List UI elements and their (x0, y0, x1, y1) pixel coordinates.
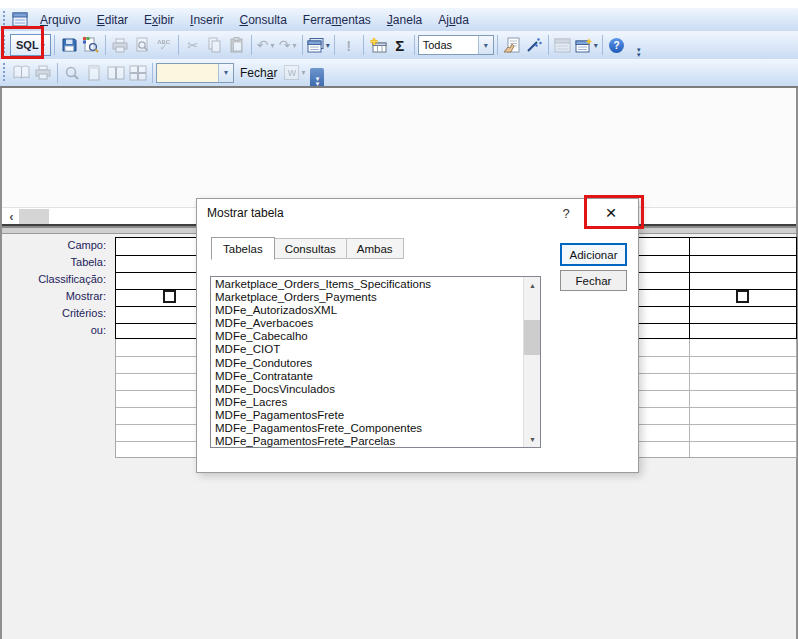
menu-janela[interactable]: Janela (379, 10, 430, 30)
copy-button[interactable] (204, 34, 226, 56)
list-item[interactable]: MDFe_Averbacoes (211, 317, 523, 330)
close-preview-button[interactable]: Fechar (234, 62, 283, 84)
print-button[interactable] (109, 34, 131, 56)
run-button[interactable]: ! (338, 34, 360, 56)
fechar-button[interactable]: Fechar (560, 270, 627, 291)
vertical-scrollbar[interactable]: ▲ ▼ (523, 277, 540, 447)
query-design-toolbar: SQL ▾ ABC ✓ ✂ (0, 31, 798, 59)
top-values-combo[interactable]: Todas ▾ (418, 35, 494, 55)
scroll-left-arrow-icon[interactable]: ‹ (4, 208, 19, 225)
redo-button[interactable]: ↷ ▾ (277, 34, 299, 56)
list-item[interactable]: MDFe_PagamentosFrete_Componentes (211, 422, 523, 435)
chevron-down-icon: ▾ (218, 64, 233, 82)
undo-icon: ↶ (257, 37, 269, 53)
build-button[interactable] (523, 34, 545, 56)
help-icon: ? (609, 38, 624, 53)
access-query-design-window: Arquivo Editar Exibir Inserir Consulta F… (0, 0, 798, 639)
scrollbar-thumb[interactable] (19, 209, 49, 224)
menu-bar: Arquivo Editar Exibir Inserir Consulta F… (0, 8, 798, 31)
print-preview-toolbar: ▾ Fechar W ▾ ▾ ▾ (0, 59, 798, 86)
zoom-level-combo[interactable]: ▾ (156, 63, 234, 83)
label-criterios: Critérios: (2, 305, 111, 322)
label-ou: ou: (2, 322, 111, 339)
label-mostrar: Mostrar: (2, 288, 111, 305)
cropped-title-strip (0, 0, 798, 8)
chevron-down-icon: ▾ (478, 36, 493, 54)
menu-consulta[interactable]: Consulta (231, 10, 294, 30)
setup-pages-button[interactable] (10, 62, 32, 84)
annotation-box-sql-button (1, 26, 44, 59)
menu-ajuda[interactable]: Ajuda (430, 10, 477, 30)
chevron-down-icon: ▾ (271, 41, 275, 50)
menu-exibir[interactable]: Exibir (136, 10, 182, 30)
database-window-button[interactable] (552, 34, 574, 56)
dialog-title: Mostrar tabela (197, 199, 548, 227)
new-object-button[interactable]: ▾ (574, 34, 599, 56)
label-tabela: Tabela: (2, 254, 111, 271)
sigma-icon: Σ (395, 37, 404, 54)
chevron-down-icon: ▾ (326, 41, 330, 50)
print-button[interactable] (32, 62, 54, 84)
tab-consultas[interactable]: Consultas (275, 238, 347, 259)
list-item[interactable]: Marketplace_Orders_Items_Specifications (211, 278, 523, 291)
list-item[interactable]: MDFe_Condutores (211, 357, 523, 370)
scrollbar-thumb[interactable] (524, 320, 541, 355)
list-item[interactable]: MDFe_Cabecalho (211, 330, 523, 343)
list-item[interactable]: MDFe_CIOT (211, 343, 523, 356)
chevron-down-icon: ▾ (301, 68, 305, 77)
one-page-button[interactable] (83, 62, 105, 84)
spelling-icon: ABC ✓ (157, 40, 170, 50)
file-search-button[interactable] (80, 34, 102, 56)
adicionar-button[interactable]: Adicionar (560, 243, 627, 266)
show-checkbox[interactable] (163, 290, 176, 303)
menu-ferramentas[interactable]: Ferramentas (295, 10, 379, 30)
query-diagram-pane[interactable] (2, 88, 796, 207)
dialog-titlebar[interactable]: Mostrar tabela ? × (197, 199, 638, 227)
word-icon: W (284, 65, 299, 80)
chevron-down-icon: ▾ (293, 41, 297, 50)
query-type-button[interactable]: ▾ (306, 34, 331, 56)
chevron-down-icon: ▾ (594, 41, 598, 50)
list-item[interactable]: MDFe_DocsVinculados (211, 383, 523, 396)
list-item[interactable]: MDFe_PagamentosFrete_Parcelas (211, 435, 523, 448)
undo-button[interactable]: ↶ ▾ (255, 34, 277, 56)
query-window-icon (12, 12, 28, 27)
paste-button[interactable] (226, 34, 248, 56)
tab-ambas[interactable]: Ambas (347, 238, 404, 259)
show-table-button[interactable] (367, 34, 389, 56)
spelling-button[interactable]: ABC ✓ (153, 34, 175, 56)
two-pages-button[interactable] (105, 62, 127, 84)
toolbar-options-chevron[interactable]: ▾ ▾ (632, 33, 646, 57)
list-item[interactable]: MDFe_Contratante (211, 370, 523, 383)
menu-editar[interactable]: Editar (89, 10, 136, 30)
print-preview-button[interactable] (131, 34, 153, 56)
list-item[interactable]: MDFe_PagamentosFrete (211, 409, 523, 422)
grid-row-labels: Campo: Tabela: Classificação: Mostrar: C… (2, 237, 111, 339)
tab-tabelas[interactable]: Tabelas (211, 237, 275, 260)
toolbar-grip[interactable] (2, 63, 7, 82)
scissors-icon: ✂ (187, 38, 198, 53)
list-item[interactable]: Marketplace_Orders_Payments (211, 291, 523, 304)
menu-inserir[interactable]: Inserir (182, 10, 231, 30)
show-checkbox[interactable] (736, 290, 749, 303)
scroll-down-arrow-icon[interactable]: ▼ (524, 431, 541, 447)
properties-button[interactable] (501, 34, 523, 56)
totals-button[interactable]: Σ (389, 34, 411, 56)
zoom-button[interactable] (61, 62, 83, 84)
list-item[interactable]: MDFe_AutorizadosXML (211, 304, 523, 317)
show-table-dialog: Mostrar tabela ? × Tabelas Consultas Amb… (196, 198, 639, 473)
multiple-pages-button[interactable] (127, 62, 149, 84)
label-classificacao: Classificação: (2, 271, 111, 288)
help-button[interactable]: ? (606, 34, 628, 56)
save-button[interactable] (58, 34, 80, 56)
scroll-up-arrow-icon[interactable]: ▲ (524, 277, 541, 293)
annotation-box-close-button (584, 195, 644, 229)
toolbar-options-chevron[interactable]: ▾ ▾ (310, 68, 324, 86)
run-icon: ! (346, 37, 351, 54)
office-links-word-button[interactable]: W ▾ (283, 62, 306, 84)
dialog-help-button[interactable]: ? (548, 199, 584, 227)
list-item[interactable]: MDFe_Lacres (211, 396, 523, 409)
cut-button[interactable]: ✂ (182, 34, 204, 56)
label-campo: Campo: (2, 237, 111, 254)
tables-listbox: Marketplace_Orders_Items_Specifications … (210, 276, 541, 448)
